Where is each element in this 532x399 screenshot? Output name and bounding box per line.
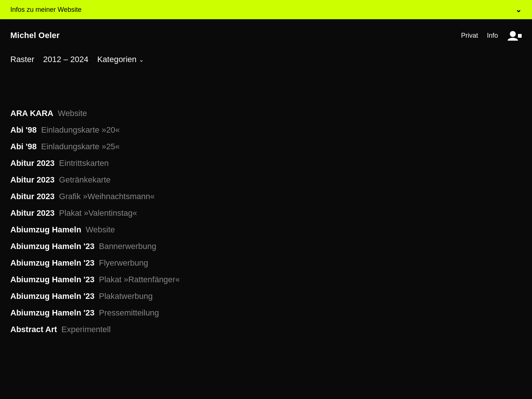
list-item-client: Abiumzug Hameln '23 xyxy=(10,240,95,252)
svg-rect-1 xyxy=(518,34,522,38)
list-item-client: Abiumzug Hameln '23 xyxy=(10,290,95,302)
nav-info[interactable]: Info xyxy=(487,32,498,40)
list-item-project: Einladungskarte »20« xyxy=(41,124,120,136)
list-item[interactable]: Abiumzug HamelnWebsite xyxy=(10,221,522,238)
list-item-client: Abiumzug Hameln '23 xyxy=(10,273,95,286)
list-item[interactable]: Abi '98Einladungskarte »25« xyxy=(10,138,522,155)
user-icon-button[interactable] xyxy=(507,30,522,41)
spacer xyxy=(0,72,532,105)
banner-text: Infos zu meiner Website xyxy=(10,6,82,14)
list-item-client: ARA KARA xyxy=(10,107,54,119)
list-item[interactable]: Abiumzug Hameln '23Plakatwerbung xyxy=(10,288,522,304)
site-title[interactable]: Michel Oeler xyxy=(10,31,59,40)
header-nav: Privat Info xyxy=(461,30,522,41)
list-item-project: Website xyxy=(86,224,115,236)
list-item[interactable]: Abiumzug Hameln '23Plakat »Rattenfänger« xyxy=(10,271,522,288)
list-item-client: Abitur 2023 xyxy=(10,174,55,186)
toolbar: Raster 2012 – 2024 Kategorien ⌄ xyxy=(0,49,532,72)
list-item-client: Abiumzug Hameln '23 xyxy=(10,257,95,269)
list-item-project: Plakat »Valentinstag« xyxy=(59,207,137,219)
list-item-project: Plakat »Rattenfänger« xyxy=(99,273,180,286)
view-toggle[interactable]: Raster xyxy=(10,55,34,64)
list-item-client: Abiumzug Hameln xyxy=(10,224,81,236)
nav-privat[interactable]: Privat xyxy=(461,32,478,40)
list-item-client: Abitur 2023 xyxy=(10,207,55,219)
list-item[interactable]: Abiumzug Hameln '23Pressemitteilung xyxy=(10,304,522,321)
categories-chevron-icon: ⌄ xyxy=(139,56,144,63)
list-item-project: Plakatwerbung xyxy=(99,290,153,302)
list-item[interactable]: Abstract ArtExperimentell xyxy=(10,321,522,338)
list-item-project: Getränkekarte xyxy=(59,174,110,186)
list-item-project: Experimentell xyxy=(61,323,110,335)
content-list: ARA KARAWebsiteAbi '98Einladungskarte »2… xyxy=(0,105,532,352)
list-item-client: Abitur 2023 xyxy=(10,190,55,202)
banner-chevron-icon[interactable]: ⌄ xyxy=(515,5,522,14)
list-item[interactable]: Abiumzug Hameln '23Bannerwerbung xyxy=(10,238,522,255)
top-banner[interactable]: Infos zu meiner Website ⌄ xyxy=(0,0,532,19)
list-item-project: Flyerwerbung xyxy=(99,257,148,269)
list-item[interactable]: Abi '98Einladungskarte »20« xyxy=(10,122,522,138)
header: Michel Oeler Privat Info xyxy=(0,19,532,49)
list-item[interactable]: Abitur 2023Eintrittskarten xyxy=(10,155,522,171)
list-item-project: Grafik »Weihnachtsmann« xyxy=(59,190,155,202)
list-item[interactable]: Abitur 2023Getränkekarte xyxy=(10,171,522,188)
list-item-project: Pressemitteilung xyxy=(99,307,159,319)
list-item[interactable]: Abitur 2023Plakat »Valentinstag« xyxy=(10,205,522,221)
user-profile-icon xyxy=(507,30,522,41)
list-item-client: Abi '98 xyxy=(10,140,37,153)
list-item-client: Abiumzug Hameln '23 xyxy=(10,307,95,319)
categories-dropdown[interactable]: Kategorien ⌄ xyxy=(97,55,143,64)
list-item-project: Bannerwerbung xyxy=(99,240,156,252)
svg-point-0 xyxy=(510,31,516,37)
list-item-project: Eintrittskarten xyxy=(59,157,109,169)
list-item-project: Einladungskarte »25« xyxy=(41,140,120,153)
list-item-project: Website xyxy=(58,107,87,119)
list-item-client: Abstract Art xyxy=(10,323,57,335)
list-item-client: Abi '98 xyxy=(10,124,37,136)
list-item[interactable]: ARA KARAWebsite xyxy=(10,105,522,122)
list-item-client: Abitur 2023 xyxy=(10,157,55,169)
year-range[interactable]: 2012 – 2024 xyxy=(43,55,88,64)
categories-label: Kategorien xyxy=(97,55,136,64)
list-item[interactable]: Abitur 2023Grafik »Weihnachtsmann« xyxy=(10,188,522,205)
list-item[interactable]: Abiumzug Hameln '23Flyerwerbung xyxy=(10,255,522,271)
